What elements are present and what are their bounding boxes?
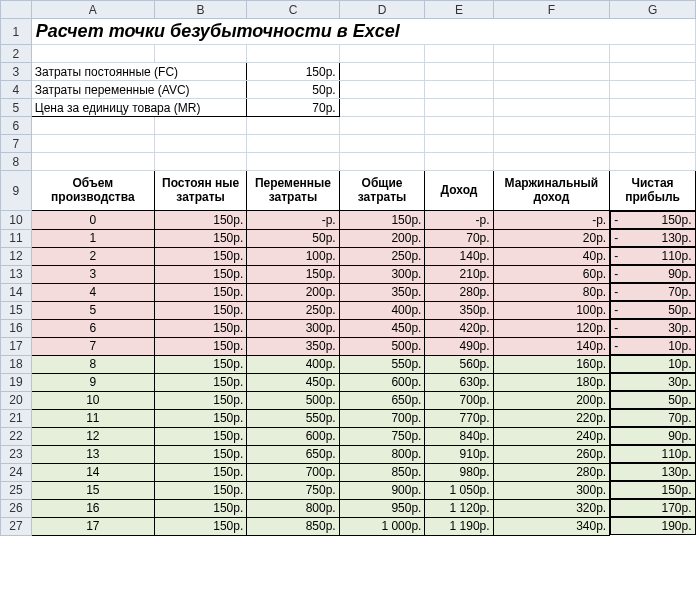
row-header[interactable]: 4 xyxy=(1,81,32,99)
column-header[interactable]: G xyxy=(610,1,696,19)
row-header[interactable]: 26 xyxy=(1,499,32,517)
cell[interactable] xyxy=(493,153,610,171)
row-header[interactable]: 12 xyxy=(1,247,32,265)
cell-mrg[interactable]: 160р. xyxy=(493,355,610,373)
cell[interactable] xyxy=(154,117,246,135)
cell[interactable] xyxy=(610,45,696,63)
cell-volume[interactable]: 9 xyxy=(31,373,154,391)
row-header[interactable]: 15 xyxy=(1,301,32,319)
cell-mrg[interactable]: 100р. xyxy=(493,301,610,319)
cell-fc[interactable]: 150р. xyxy=(154,373,246,391)
column-header[interactable]: E xyxy=(425,1,493,19)
cell[interactable] xyxy=(31,45,154,63)
cell-mrg[interactable]: -р. xyxy=(493,211,610,230)
cell-np[interactable]: 110р. xyxy=(610,445,695,463)
row-header[interactable]: 16 xyxy=(1,319,32,337)
cell-fc[interactable]: 150р. xyxy=(154,517,246,535)
cell-vc[interactable]: 850р. xyxy=(247,517,339,535)
cell[interactable] xyxy=(493,81,610,99)
cell-np[interactable]: 30р. xyxy=(610,373,695,391)
cell-rev[interactable]: 350р. xyxy=(425,301,493,319)
cell-volume[interactable]: 7 xyxy=(31,337,154,355)
cell[interactable] xyxy=(610,81,696,99)
cell-tc[interactable]: 400р. xyxy=(339,301,425,319)
cell-mrg[interactable]: 200р. xyxy=(493,391,610,409)
row-header[interactable]: 20 xyxy=(1,391,32,409)
row-header[interactable]: 25 xyxy=(1,481,32,499)
cell-rev[interactable]: 910р. xyxy=(425,445,493,463)
row-header[interactable]: 18 xyxy=(1,355,32,373)
table-header[interactable]: Доход xyxy=(425,171,493,211)
cell-np[interactable]: -10р. xyxy=(610,337,695,355)
cell-rev[interactable]: 280р. xyxy=(425,283,493,301)
cell-mrg[interactable]: 320р. xyxy=(493,499,610,517)
cell-vc[interactable]: 300р. xyxy=(247,319,339,337)
cell-mrg[interactable]: 340р. xyxy=(493,517,610,535)
cell[interactable] xyxy=(493,45,610,63)
cell[interactable] xyxy=(31,117,154,135)
cell[interactable] xyxy=(154,45,246,63)
cell-volume[interactable]: 10 xyxy=(31,391,154,409)
cell-mrg[interactable]: 240р. xyxy=(493,427,610,445)
cell-volume[interactable]: 3 xyxy=(31,265,154,283)
cell-vc[interactable]: 200р. xyxy=(247,283,339,301)
cell-volume[interactable]: 17 xyxy=(31,517,154,535)
cell[interactable] xyxy=(493,117,610,135)
cell[interactable] xyxy=(339,81,425,99)
cell-tc[interactable]: 800р. xyxy=(339,445,425,463)
column-header[interactable]: B xyxy=(154,1,246,19)
cell-mrg[interactable]: 20р. xyxy=(493,229,610,247)
table-header[interactable]: Постоян ные затраты xyxy=(154,171,246,211)
cell-vc[interactable]: 550р. xyxy=(247,409,339,427)
cell-volume[interactable]: 8 xyxy=(31,355,154,373)
row-header[interactable]: 9 xyxy=(1,171,32,211)
cell-np[interactable]: -70р. xyxy=(610,283,695,301)
cell-fc[interactable]: 150р. xyxy=(154,481,246,499)
cell-np[interactable]: -90р. xyxy=(610,265,695,283)
cell[interactable] xyxy=(493,63,610,81)
cell-fc[interactable]: 150р. xyxy=(154,247,246,265)
cell-vc[interactable]: 400р. xyxy=(247,355,339,373)
table-header[interactable]: Объем производства xyxy=(31,171,154,211)
cell-np[interactable]: -130р. xyxy=(610,229,695,247)
input-label[interactable]: Цена за единицу товара (MR) xyxy=(31,99,247,117)
row-header[interactable]: 2 xyxy=(1,45,32,63)
cell-volume[interactable]: 2 xyxy=(31,247,154,265)
cell-rev[interactable]: 1 190р. xyxy=(425,517,493,535)
cell[interactable] xyxy=(610,99,696,117)
cell-vc[interactable]: 800р. xyxy=(247,499,339,517)
cell-vc[interactable]: 150р. xyxy=(247,265,339,283)
cell-volume[interactable]: 4 xyxy=(31,283,154,301)
row-header[interactable]: 8 xyxy=(1,153,32,171)
cell-fc[interactable]: 150р. xyxy=(154,301,246,319)
row-header[interactable]: 22 xyxy=(1,427,32,445)
cell-mrg[interactable]: 280р. xyxy=(493,463,610,481)
cell-rev[interactable]: 630р. xyxy=(425,373,493,391)
row-header[interactable]: 3 xyxy=(1,63,32,81)
cell-volume[interactable]: 0 xyxy=(31,211,154,230)
cell[interactable] xyxy=(610,117,696,135)
row-header[interactable]: 5 xyxy=(1,99,32,117)
cell[interactable] xyxy=(425,153,493,171)
cell-rev[interactable]: 1 120р. xyxy=(425,499,493,517)
cell-mrg[interactable]: 120р. xyxy=(493,319,610,337)
cell[interactable] xyxy=(339,135,425,153)
cell-fc[interactable]: 150р. xyxy=(154,391,246,409)
cell[interactable] xyxy=(425,45,493,63)
input-label[interactable]: Затраты переменные (AVC) xyxy=(31,81,247,99)
cell-tc[interactable]: 200р. xyxy=(339,229,425,247)
page-title[interactable]: Расчет точки безубыточности в Excel xyxy=(31,19,695,45)
row-header[interactable]: 1 xyxy=(1,19,32,45)
cell-volume[interactable]: 11 xyxy=(31,409,154,427)
cell[interactable] xyxy=(425,99,493,117)
cell-vc[interactable]: 750р. xyxy=(247,481,339,499)
cell-tc[interactable]: 350р. xyxy=(339,283,425,301)
row-header[interactable]: 19 xyxy=(1,373,32,391)
cell-vc[interactable]: 500р. xyxy=(247,391,339,409)
cell-mrg[interactable]: 60р. xyxy=(493,265,610,283)
cell-fc[interactable]: 150р. xyxy=(154,355,246,373)
cell-np[interactable]: -50р. xyxy=(610,301,695,319)
cell-vc[interactable]: 700р. xyxy=(247,463,339,481)
cell-vc[interactable]: 650р. xyxy=(247,445,339,463)
cell-volume[interactable]: 6 xyxy=(31,319,154,337)
